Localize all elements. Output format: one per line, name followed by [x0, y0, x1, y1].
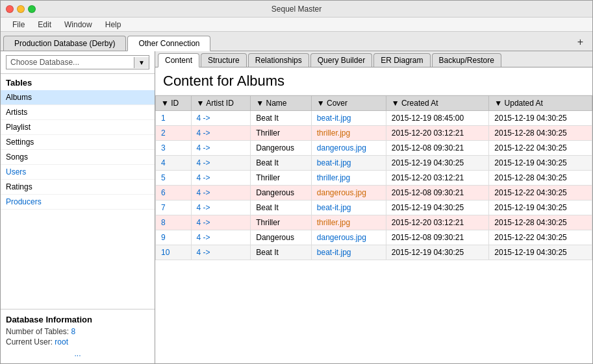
- cover-link[interactable]: thriller.jpg: [317, 128, 350, 138]
- col-updated-at[interactable]: ▼ Updated At: [489, 96, 592, 111]
- db-info-user: Current User: root: [6, 337, 149, 346]
- db-info-more[interactable]: ...: [6, 349, 149, 358]
- artist-id-link[interactable]: 4 ->: [197, 128, 210, 138]
- tab-er-diagram[interactable]: ER Diagram: [373, 53, 430, 67]
- table-row[interactable]: 24 ->Thrillerthriller.jpg2015-12-20 03:1…: [156, 126, 592, 141]
- maximize-button[interactable]: [28, 5, 36, 13]
- cell-name: Dangerous: [251, 230, 312, 245]
- db-select-arrow-icon[interactable]: ▼: [134, 57, 149, 68]
- table-item-playlist[interactable]: Playlist: [1, 120, 155, 135]
- main-area: Choose Database... ▼ Tables Albums Artis…: [1, 51, 592, 363]
- tab-structure[interactable]: Structure: [201, 53, 247, 67]
- id-link[interactable]: 8: [161, 218, 166, 227]
- tab-content[interactable]: Content: [158, 53, 199, 67]
- id-link[interactable]: 4: [161, 158, 166, 167]
- tables-label: Tables: [1, 74, 155, 90]
- tab-backup-restore[interactable]: Backup/Restore: [432, 53, 501, 67]
- cover-link[interactable]: beat-it.jpg: [317, 203, 351, 212]
- data-table: ▼ ID ▼ Artist ID ▼ Name ▼ Cover ▼ Create…: [155, 95, 592, 260]
- table-item-ratings[interactable]: Ratings: [1, 180, 155, 195]
- cell-cover: thriller.jpg: [311, 215, 386, 230]
- cover-link[interactable]: thriller.jpg: [317, 218, 350, 227]
- cell-cover: dangerous.jpg: [311, 230, 386, 245]
- col-artist-id[interactable]: ▼ Artist ID: [191, 96, 251, 111]
- artist-id-link[interactable]: 4 ->: [197, 248, 210, 257]
- table-row[interactable]: 34 ->Dangerousdangerous.jpg2015-12-08 09…: [156, 141, 592, 156]
- table-item-producers[interactable]: Producers: [1, 195, 155, 210]
- id-link[interactable]: 7: [161, 203, 166, 212]
- tab-relationships[interactable]: Relationships: [248, 53, 309, 67]
- id-link[interactable]: 9: [161, 233, 166, 242]
- cell-id: 8: [156, 215, 192, 230]
- id-link[interactable]: 3: [161, 143, 166, 152]
- col-id[interactable]: ▼ ID: [156, 96, 192, 111]
- table-row[interactable]: 84 ->Thrillerthriller.jpg2015-12-20 03:1…: [156, 215, 592, 230]
- table-item-users[interactable]: Users: [1, 165, 155, 180]
- artist-id-link[interactable]: 4 ->: [197, 114, 210, 123]
- table-item-albums[interactable]: Albums: [1, 90, 155, 105]
- minimize-button[interactable]: [17, 5, 25, 13]
- cover-link[interactable]: dangerous.jpg: [317, 143, 366, 152]
- connection-tab-production[interactable]: Production Database (Derby): [3, 36, 126, 51]
- table-row[interactable]: 64 ->Dangerousdangerous.jpg2015-12-08 09…: [156, 186, 592, 200]
- cell-artist-id: 4 ->: [191, 200, 251, 215]
- db-info-title: Database Information: [6, 315, 149, 324]
- app-window: Sequel Master File Edit Window Help Prod…: [0, 0, 593, 364]
- data-table-wrapper[interactable]: ▼ ID ▼ Artist ID ▼ Name ▼ Cover ▼ Create…: [155, 95, 592, 363]
- cell-id: 5: [156, 171, 192, 186]
- cover-link[interactable]: beat-it.jpg: [317, 158, 351, 167]
- artist-id-link[interactable]: 4 ->: [197, 143, 210, 152]
- table-row[interactable]: 74 ->Beat Itbeat-it.jpg2015-12-19 04:30:…: [156, 200, 592, 215]
- menu-edit[interactable]: Edit: [31, 19, 58, 30]
- table-list: Albums Artists Playlist Settings Songs U…: [1, 90, 155, 309]
- add-connection-button[interactable]: +: [571, 34, 590, 51]
- id-link[interactable]: 2: [161, 128, 166, 138]
- cover-link[interactable]: dangerous.jpg: [317, 233, 366, 242]
- cell-updated-at: 2015-12-22 04:30:25: [489, 141, 592, 156]
- artist-id-link[interactable]: 4 ->: [197, 188, 210, 197]
- artist-id-link[interactable]: 4 ->: [197, 158, 210, 167]
- artist-id-link[interactable]: 4 ->: [197, 173, 210, 182]
- cover-link[interactable]: beat-it.jpg: [317, 114, 351, 123]
- connection-tab-other[interactable]: Other Connection: [127, 36, 210, 51]
- cell-created-at: 2015-12-08 09:30:21: [386, 186, 489, 200]
- table-row[interactable]: 14 ->Beat Itbeat-it.jpg2015-12-19 08:45:…: [156, 111, 592, 126]
- cover-link[interactable]: dangerous.jpg: [317, 188, 366, 197]
- db-select-wrapper[interactable]: Choose Database... ▼: [6, 55, 149, 69]
- cover-link[interactable]: beat-it.jpg: [317, 248, 351, 257]
- cell-created-at: 2015-12-08 09:30:21: [386, 141, 489, 156]
- menu-window[interactable]: Window: [58, 19, 99, 30]
- table-row[interactable]: 104 ->Beat Itbeat-it.jpg2015-12-19 04:30…: [156, 245, 592, 260]
- cell-cover: dangerous.jpg: [311, 186, 386, 200]
- db-info-tables: Number of Tables: 8: [6, 327, 149, 336]
- cell-artist-id: 4 ->: [191, 141, 251, 156]
- cover-link[interactable]: thriller.jpg: [317, 173, 350, 182]
- table-row[interactable]: 94 ->Dangerousdangerous.jpg2015-12-08 09…: [156, 230, 592, 245]
- table-item-songs[interactable]: Songs: [1, 150, 155, 165]
- tab-query-builder[interactable]: Query Builder: [310, 53, 372, 67]
- col-name[interactable]: ▼ Name: [251, 96, 312, 111]
- cell-updated-at: 2015-12-28 04:30:25: [489, 171, 592, 186]
- id-link[interactable]: 6: [161, 188, 166, 197]
- menu-file[interactable]: File: [6, 19, 31, 30]
- table-row[interactable]: 54 ->Thrillerthriller.jpg2015-12-20 03:1…: [156, 171, 592, 186]
- cell-updated-at: 2015-12-19 04:30:25: [489, 156, 592, 171]
- cell-updated-at: 2015-12-19 04:30:25: [489, 200, 592, 215]
- table-item-settings[interactable]: Settings: [1, 135, 155, 150]
- table-row[interactable]: 44 ->Beat Itbeat-it.jpg2015-12-19 04:30:…: [156, 156, 592, 171]
- cell-created-at: 2015-12-20 03:12:21: [386, 215, 489, 230]
- artist-id-link[interactable]: 4 ->: [197, 203, 210, 212]
- close-button[interactable]: [6, 5, 14, 13]
- id-link[interactable]: 10: [161, 248, 170, 257]
- id-link[interactable]: 1: [161, 114, 166, 123]
- artist-id-link[interactable]: 4 ->: [197, 218, 210, 227]
- id-link[interactable]: 5: [161, 173, 166, 182]
- col-created-at[interactable]: ▼ Created At: [386, 96, 489, 111]
- menu-help[interactable]: Help: [99, 19, 128, 30]
- menu-bar: File Edit Window Help: [1, 18, 592, 32]
- col-cover[interactable]: ▼ Cover: [311, 96, 386, 111]
- table-header-row: ▼ ID ▼ Artist ID ▼ Name ▼ Cover ▼ Create…: [156, 96, 592, 111]
- artist-id-link[interactable]: 4 ->: [197, 233, 210, 242]
- cell-updated-at: 2015-12-28 04:30:25: [489, 126, 592, 141]
- table-item-artists[interactable]: Artists: [1, 105, 155, 120]
